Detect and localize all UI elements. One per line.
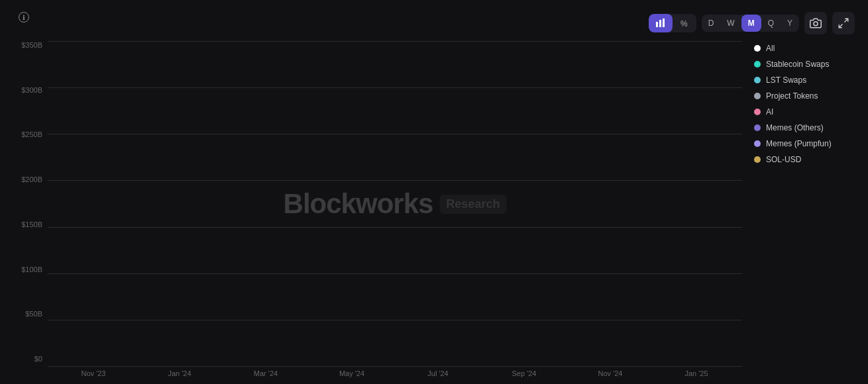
svg-text:%: % <box>680 19 688 28</box>
grid-and-bars: Blockworks Research <box>48 41 742 367</box>
chart-inner: Blockworks Research Nov '23Jan '24Mar '2… <box>48 41 742 377</box>
x-label-2: Mar '24 <box>223 369 309 377</box>
info-icon[interactable]: ℹ <box>19 12 29 23</box>
y-label-350: $350B <box>13 41 42 49</box>
y-label-50: $50B <box>13 310 42 318</box>
y-label-100: $100B <box>13 265 42 273</box>
legend-label-0: All <box>766 44 775 53</box>
period-y[interactable]: Y <box>781 15 799 32</box>
period-group: D W M Q Y <box>702 15 799 32</box>
legend-dot-5 <box>754 124 761 131</box>
chart-and-legend: Blockworks Research Nov '23Jan '24Mar '2… <box>48 41 855 377</box>
bars-container <box>48 41 742 367</box>
chart-type-group: % <box>649 14 696 32</box>
x-label-5: Sep '24 <box>481 369 567 377</box>
x-label-4: Jul '24 <box>395 369 481 377</box>
camera-icon <box>810 17 822 29</box>
title-block: ℹ <box>13 12 29 25</box>
bar-chart-icon <box>655 18 666 28</box>
x-label-6: Nov '24 <box>567 369 653 377</box>
legend-dot-7 <box>754 156 761 163</box>
controls-bar: % D W M Q Y <box>649 12 855 34</box>
x-axis: Nov '23Jan '24Mar '24May '24Jul '24Sep '… <box>48 367 742 377</box>
svg-rect-2 <box>663 19 665 27</box>
percent-chart-button[interactable]: % <box>673 14 696 32</box>
expand-icon <box>838 17 849 29</box>
period-w[interactable]: W <box>720 15 741 32</box>
period-q[interactable]: Q <box>761 15 781 32</box>
legend-dot-0 <box>754 45 761 52</box>
y-label-250: $250B <box>13 130 42 138</box>
y-label-0: $0 <box>13 355 42 363</box>
legend-item-3[interactable]: Project Tokens <box>754 91 855 101</box>
y-label-200: $200B <box>13 175 42 183</box>
legend-dot-2 <box>754 77 761 83</box>
percent-chart-icon: % <box>679 18 690 28</box>
x-label-7: Jan '25 <box>653 369 739 377</box>
legend-item-5[interactable]: Memes (Others) <box>754 123 855 132</box>
period-m[interactable]: M <box>741 15 761 32</box>
legend-dot-4 <box>754 109 761 115</box>
legend-dot-1 <box>754 61 761 68</box>
x-label-3: May '24 <box>309 369 395 377</box>
legend: AllStablecoin SwapsLST SwapsProject Toke… <box>742 41 855 377</box>
legend-item-7[interactable]: SOL-USD <box>754 155 855 164</box>
legend-label-7: SOL-USD <box>766 155 801 164</box>
svg-point-4 <box>814 22 818 26</box>
svg-rect-0 <box>656 22 658 27</box>
legend-label-6: Memes (Pumpfun) <box>766 139 832 148</box>
legend-label-5: Memes (Others) <box>766 123 824 132</box>
bar-chart-button[interactable] <box>649 14 673 32</box>
legend-item-0[interactable]: All <box>754 44 855 53</box>
legend-item-4[interactable]: AI <box>754 107 855 117</box>
legend-label-3: Project Tokens <box>766 91 818 101</box>
period-d[interactable]: D <box>702 15 721 32</box>
camera-button[interactable] <box>804 12 827 34</box>
y-axis: $350B $300B $250B $200B $150B $100B $50B… <box>13 41 48 377</box>
legend-label-4: AI <box>766 107 773 117</box>
y-label-150: $150B <box>13 220 42 228</box>
legend-dot-6 <box>754 140 761 147</box>
y-label-300: $300B <box>13 86 42 94</box>
chart-area: $350B $300B $250B $200B $150B $100B $50B… <box>13 41 855 377</box>
expand-button[interactable] <box>832 12 855 34</box>
legend-label-2: LST Swaps <box>766 75 806 85</box>
x-label-0: Nov '23 <box>50 369 136 377</box>
legend-dot-3 <box>754 93 761 99</box>
legend-item-2[interactable]: LST Swaps <box>754 75 855 85</box>
legend-item-6[interactable]: Memes (Pumpfun) <box>754 139 855 148</box>
svg-rect-1 <box>659 20 661 27</box>
x-label-1: Jan '24 <box>136 369 223 377</box>
legend-label-1: Stablecoin Swaps <box>766 60 829 69</box>
legend-item-1[interactable]: Stablecoin Swaps <box>754 60 855 69</box>
